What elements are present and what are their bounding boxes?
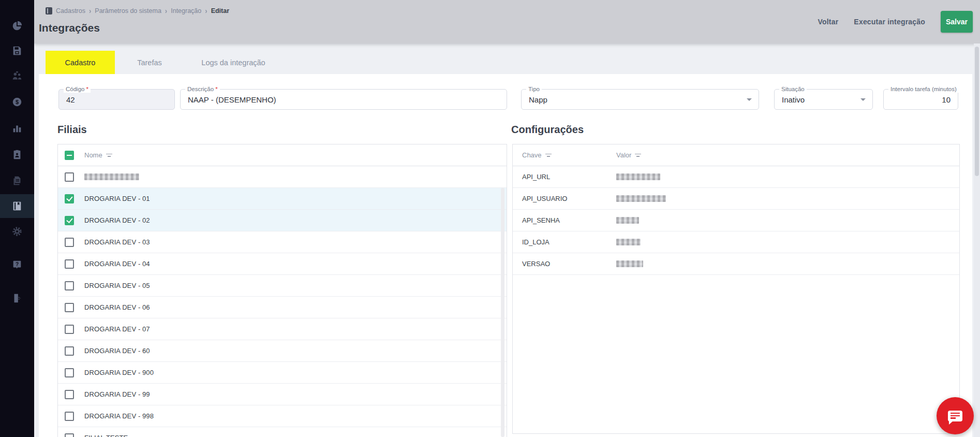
app-window: $ [0,0,980,437]
descricao-field[interactable]: Descrição* NAAP - (DESEMPENHO) [180,89,507,110]
descricao-value[interactable]: NAAP - (DESEMPENHO) [188,90,491,109]
configuracoes-title: Configurações [511,124,584,136]
filial-row[interactable] [58,166,507,188]
filial-checkbox[interactable] [65,216,74,225]
config-row[interactable]: VERSAO [513,253,959,275]
header-actions: Voltar Executar integração Salvar [818,0,973,43]
censored-config-value [616,217,639,224]
filiais-scrollbar[interactable] [501,188,504,437]
tab-cadastro[interactable]: Cadastro [46,51,115,74]
gear-icon [11,226,23,237]
filial-name: DROGARIA DEV - 900 [84,369,154,376]
filial-checkbox[interactable] [65,238,74,247]
sidebar-item-tasks[interactable] [0,143,34,166]
logout-icon [11,293,23,304]
filial-row[interactable]: DROGARIA DEV - 05 [58,275,507,297]
back-button[interactable]: Voltar [818,18,839,26]
breadcrumb-item-integracao[interactable]: Integração [171,7,201,14]
filial-checkbox[interactable] [65,368,74,377]
sidebar-item-reports[interactable] [0,117,34,140]
help-icon: ? [11,259,23,270]
codigo-value: 42 [66,90,159,109]
svg-text:$: $ [16,99,19,105]
config-row[interactable]: API_URL [513,166,959,188]
page-scrollbar[interactable] [974,43,980,437]
breadcrumb-separator: › [205,7,207,16]
filial-row[interactable]: DROGARIA DEV - 998 [58,405,507,427]
documents-icon [11,175,23,186]
filial-row[interactable]: DROGARIA DEV - 04 [58,253,507,275]
save-button[interactable]: Salvar [941,11,973,33]
situacao-select[interactable]: Situação Inativo [774,89,873,110]
filial-checkbox[interactable] [65,172,74,182]
configuracoes-table: Chave Valor API_URL API_USUARIO API_SENH… [512,144,960,434]
chevron-down-icon[interactable] [860,98,866,101]
breadcrumb-separator: › [89,7,91,16]
censored-config-value [616,239,641,245]
cadastro-panel: Código* 42 Descrição* NAAP - (DESEMPENHO… [39,74,972,437]
filial-checkbox[interactable] [65,281,74,290]
sidebar-item-financial[interactable]: $ [0,91,34,113]
filter-icon[interactable] [106,153,112,158]
sidebar-item-settings[interactable] [0,220,34,243]
filial-row[interactable]: DROGARIA DEV - 01 [58,188,507,210]
filial-row[interactable]: DROGARIA DEV - 02 [58,210,507,231]
filial-name: DROGARIA DEV - 07 [84,325,150,333]
sidebar-item-invoices[interactable] [0,169,34,192]
tipo-select[interactable]: Tipo Napp [521,89,759,110]
filial-row[interactable]: DROGARIA DEV - 06 [58,297,507,318]
book-icon [11,200,23,212]
breadcrumb-separator: › [165,7,167,16]
sidebar-item-logout[interactable] [0,287,34,310]
filial-name: DROGARIA DEV - 05 [84,282,150,289]
filial-row[interactable]: FILIAL TESTE [58,427,507,437]
breadcrumb-item-parametros[interactable]: Parâmetros do sistema [95,7,161,14]
situacao-value[interactable]: Inativo [782,90,857,109]
filter-icon[interactable] [635,153,641,158]
config-row[interactable]: API_USUARIO [513,188,959,210]
filial-checkbox[interactable] [65,433,74,437]
select-all-checkbox[interactable] [65,151,74,160]
filial-row[interactable]: DROGARIA DEV - 60 [58,340,507,362]
filial-checkbox[interactable] [65,346,74,356]
censored-filial-name [84,173,139,180]
sidebar-item-save[interactable] [0,39,34,62]
censored-config-value [616,195,666,202]
filial-checkbox[interactable] [65,412,74,421]
execute-integration-button[interactable]: Executar integração [854,18,925,26]
config-row[interactable]: ID_LOJA [513,231,959,253]
codigo-field: Código* 42 [58,89,175,110]
tab-logs-da-integracao[interactable]: Logs da integração [184,51,283,74]
filter-icon[interactable] [545,153,552,158]
config-column-chave: Chave [522,151,542,159]
chevron-down-icon[interactable] [747,98,752,101]
filiais-table: Nome DROGARIA DEV - 01 DROGARIA DEV - 02… [57,144,507,437]
sidebar-item-cadastros[interactable] [0,194,34,218]
filial-name: DROGARIA DEV - 03 [84,238,150,246]
page-scrollbar-thumb[interactable] [975,47,979,176]
filial-checkbox[interactable] [65,303,74,312]
filial-checkbox[interactable] [65,390,74,399]
sidebar-item-partners[interactable] [0,65,34,88]
filial-checkbox[interactable] [65,325,74,334]
intervalo-value[interactable]: 10 [891,90,951,109]
sidebar-item-dashboard[interactable] [0,14,34,37]
filial-checkbox[interactable] [65,194,74,203]
save-icon [11,45,23,56]
filiais-column-nome: Nome [84,151,102,159]
filial-checkbox[interactable] [65,259,74,269]
filial-row[interactable]: DROGARIA DEV - 99 [58,384,507,405]
tipo-value[interactable]: Napp [529,90,743,109]
pie-chart-icon [11,20,23,32]
svg-text:?: ? [16,261,19,267]
chat-fab-button[interactable] [937,397,974,434]
sidebar-item-help[interactable]: ? [0,253,34,276]
tab-tarefas[interactable]: Tarefas [115,51,184,74]
filial-row[interactable]: DROGARIA DEV - 03 [58,231,507,253]
filial-name: DROGARIA DEV - 02 [84,216,150,224]
filial-row[interactable]: DROGARIA DEV - 900 [58,362,507,384]
intervalo-field[interactable]: Intervalo tarefa (minutos) 10 [883,89,958,110]
config-row[interactable]: API_SENHA [513,210,959,231]
breadcrumb-item-cadastros[interactable]: Cadastros [56,7,85,14]
filial-row[interactable]: DROGARIA DEV - 07 [58,318,507,340]
